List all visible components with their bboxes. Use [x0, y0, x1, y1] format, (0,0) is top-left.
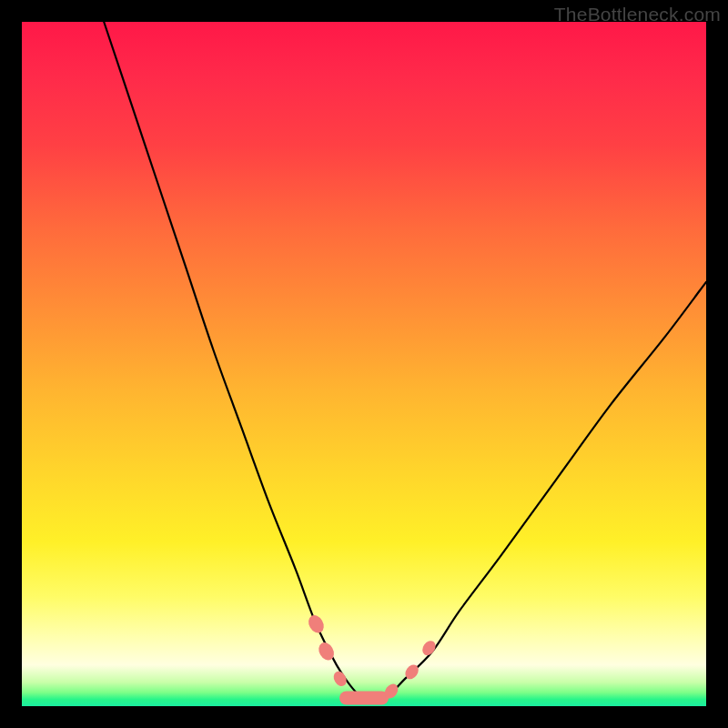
marker-dot	[306, 612, 327, 635]
chart-frame: TheBottleneck.com	[0, 0, 728, 728]
plot-area	[22, 22, 706, 706]
curve-group	[104, 22, 706, 701]
bottleneck-curve-svg	[22, 22, 706, 706]
marker-pill	[339, 692, 389, 705]
bottleneck-curve	[104, 22, 706, 701]
marker-group	[306, 612, 439, 704]
